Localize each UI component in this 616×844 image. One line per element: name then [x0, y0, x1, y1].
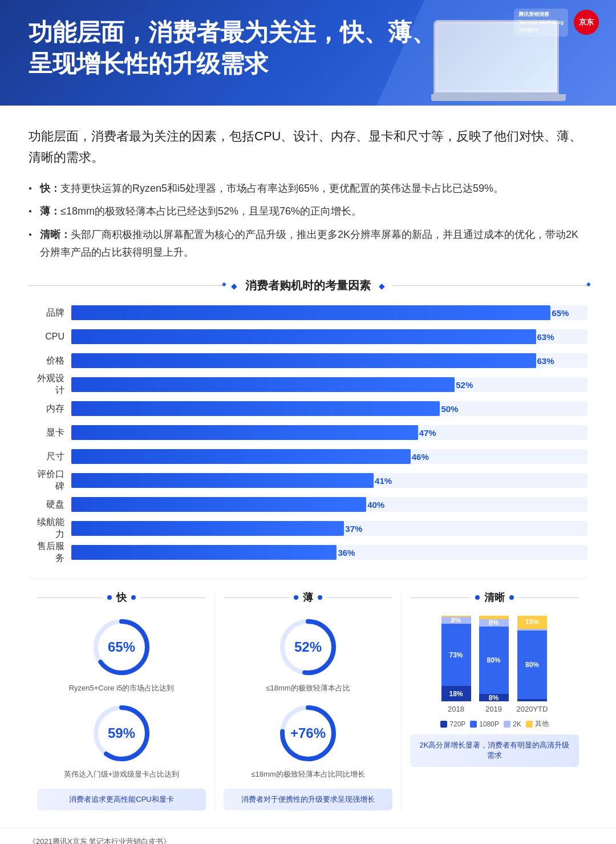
thin-value-2: +76%	[277, 702, 339, 765]
stacked-bar-group: 8%80%8%2019	[479, 616, 509, 713]
bar-row: 显卡47%	[29, 423, 587, 442]
bar-row: 内存50%	[29, 399, 587, 418]
bullet-thin: 薄：≤18mm的极致轻薄本占比已经达到52%，且呈现76%的正向增长。	[29, 203, 587, 220]
footer-book-title: 《2021腾讯X京东 笔记本行业营销白皮书》	[29, 837, 386, 844]
thin-section-header: 薄	[224, 591, 392, 604]
footer-left: 《2021腾讯X京东 笔记本行业营销白皮书》 数据来源：腾讯TMI X GFK《…	[29, 837, 386, 844]
bar-value: 47%	[419, 428, 442, 438]
fast-desc-2: 英伟达入门级+游戏级显卡占比达到	[64, 769, 180, 780]
stacked-year-label: 2018	[448, 705, 464, 713]
bar-value: 37%	[345, 524, 368, 534]
bar-fill: 41%	[71, 473, 374, 488]
fast-desc-1: Ryzen5+Core i5的市场占比达到	[69, 683, 175, 693]
stacked-segment: 80%	[517, 631, 547, 699]
logo-area: 腾讯营销洞察Tencent MarketingInsights 京东	[514, 9, 599, 37]
bar-fill: 63%	[71, 353, 536, 368]
bar-label: 内存	[29, 403, 71, 415]
body-content: 功能层面，消费者最为关注的因素，包括CPU、设计、内存、显卡和尺寸等，反映了他们…	[0, 106, 616, 827]
fast-circle-1: 65% Ryzen5+Core i5的市场占比达到	[37, 616, 206, 693]
legend-other: 其他	[526, 719, 549, 729]
chart-title-right-line	[393, 285, 587, 286]
stacked-segment: 80%	[479, 627, 509, 694]
stacked-segment	[441, 616, 471, 616]
bar-value: 63%	[537, 356, 560, 366]
bar-label: 价格	[29, 355, 71, 367]
clear-caption: 2K高分屏增长显著，消费者有明显的高清升级需求	[410, 734, 579, 766]
bar-value: 52%	[456, 380, 479, 390]
bar-value: 50%	[441, 404, 464, 414]
bar-row: 硬盘40%	[29, 495, 587, 514]
stacked-segment	[517, 629, 547, 631]
bar-track: 40%	[71, 497, 587, 512]
stacked-bar-group: 80%15%2020YTD	[517, 616, 548, 713]
bullet-clear: 清晰：头部厂商积极推动以屏幕配置为核心的产品升级，推出更多2K分辨率屏幕的新品，…	[29, 226, 587, 261]
bar-track: 63%	[71, 329, 587, 344]
bar-fill: 46%	[71, 449, 411, 464]
chart-section: ◆ 消费者购机时的考量因素 ◆ 品牌65%CPU63%价格63%外观设计52%内…	[29, 278, 587, 562]
stacked-bar-col: 80%15%	[517, 616, 547, 701]
page-header: 功能层面，消费者最为关注，快、薄、 呈现增长性的升级需求 腾讯营销洞察Tence…	[0, 0, 616, 106]
thin-desc-2: ≤18mm的极致轻薄本占比同比增长	[251, 769, 364, 780]
legend-720p: 720P	[440, 719, 465, 729]
bar-track: 52%	[71, 377, 587, 392]
thin-value-1: 52%	[277, 616, 339, 679]
bullet-list: 快：支持更快运算的Ryzen5和i5处理器，市场占有率达到65%，更优配置的英伟…	[29, 180, 587, 261]
bar-fill: 37%	[71, 521, 344, 536]
bar-fill: 63%	[71, 329, 536, 344]
fast-value-1: 65%	[90, 616, 153, 679]
bar-fill: 50%	[71, 401, 440, 416]
clear-label: 清晰	[484, 591, 505, 604]
laptop-decoration	[422, 26, 570, 106]
bar-track: 36%	[71, 545, 587, 560]
bar-row: 尺寸46%	[29, 447, 587, 466]
bullet-fast: 快：支持更快运算的Ryzen5和i5处理器，市场占有率达到65%，更优配置的英伟…	[29, 180, 587, 197]
stacked-segment: 8%	[479, 694, 509, 701]
fast-section-header: 快	[37, 591, 206, 604]
chart-title-row: ◆ 消费者购机时的考量因素 ◆	[29, 278, 587, 293]
bar-track: 50%	[71, 401, 587, 416]
thin-caption: 消费者对于便携性的升级要求呈现强增长	[224, 789, 392, 810]
bar-value: 65%	[552, 308, 574, 318]
fast-caption: 消费者追求更高性能CPU和显卡	[37, 789, 206, 810]
bar-chart: 品牌65%CPU63%价格63%外观设计52%内存50%显卡47%尺寸46%评价…	[29, 304, 587, 562]
bar-row: 售后服务36%	[29, 543, 587, 562]
bar-label: 品牌	[29, 307, 71, 319]
bar-track: 65%	[71, 305, 587, 320]
stacked-chart: 18%73%8%20188%80%8%201980%15%2020YTD	[410, 616, 579, 713]
bar-fill: 36%	[71, 545, 337, 560]
bar-row: 品牌65%	[29, 304, 587, 322]
fast-ring-2: 59%	[90, 702, 153, 765]
stacked-segment	[517, 699, 547, 702]
stacked-segment: 15%	[517, 616, 547, 629]
bar-row: 外观设计52%	[29, 375, 587, 394]
stacked-segment	[479, 616, 509, 619]
bar-track: 46%	[71, 449, 587, 464]
stacked-legend: 720P 1080P 2K 其他	[410, 719, 579, 729]
bar-row: 评价口碑41%	[29, 471, 587, 490]
bar-value: 46%	[412, 452, 435, 462]
bar-fill: 47%	[71, 425, 418, 440]
bar-value: 41%	[375, 476, 398, 486]
bar-label: 尺寸	[29, 451, 71, 463]
bar-track: 37%	[71, 521, 587, 536]
intro-text: 功能层面，消费者最为关注的因素，包括CPU、设计、内存、显卡和尺寸等，反映了他们…	[29, 126, 587, 168]
jd-logo: 京东	[574, 10, 599, 35]
col-clear: 清晰 18%73%8%20188%80%8%201980%15%2020YTD …	[402, 591, 587, 810]
col-fast: 快 65% Ryzen5+Core i5的市场占比达到	[29, 591, 215, 810]
legend-2k: 2K	[504, 719, 521, 729]
bar-track: 47%	[71, 425, 587, 440]
bar-label: 评价口碑	[29, 469, 71, 492]
bar-label: 显卡	[29, 427, 71, 439]
bar-label: 售后服务	[29, 540, 71, 564]
stacked-bar-group: 18%73%8%2018	[441, 616, 471, 713]
bar-fill: 52%	[71, 377, 455, 392]
bar-label: CPU	[29, 332, 71, 342]
col-thin: 薄 52% ≤18mm的极致轻薄本占比	[215, 591, 402, 810]
stacked-segment: 73%	[441, 624, 471, 686]
tmi-logo: 腾讯营销洞察Tencent MarketingInsights	[514, 9, 568, 37]
stacked-year-label: 2020YTD	[517, 705, 548, 713]
bar-value: 40%	[367, 500, 390, 510]
stacked-bar-col: 18%73%8%	[441, 616, 471, 701]
thin-ring-1: 52%	[277, 616, 339, 679]
fast-label: 快	[116, 591, 127, 604]
